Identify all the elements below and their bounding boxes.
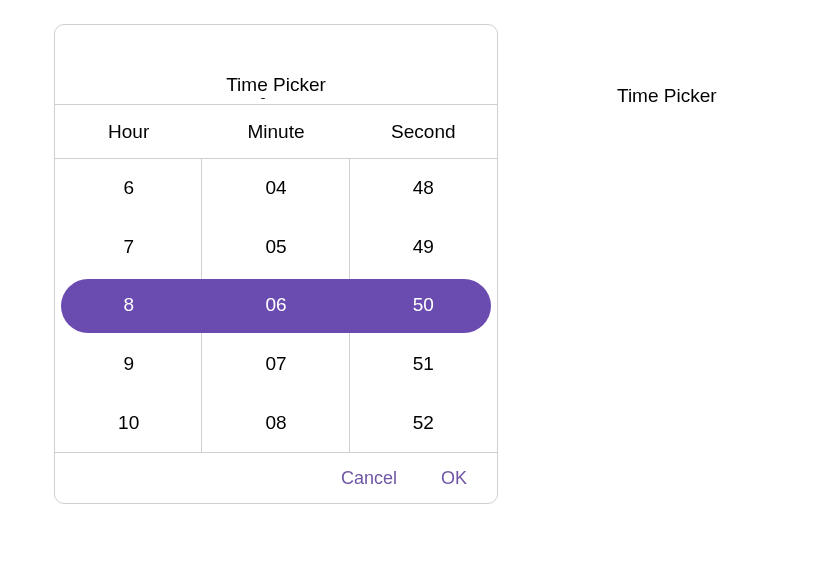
second-option-selected[interactable]: 50 — [350, 276, 497, 335]
minute-column[interactable]: 04 05 06 07 08 — [202, 159, 349, 452]
hour-option-selected[interactable]: 8 — [55, 276, 202, 335]
hour-option[interactable]: 9 — [55, 335, 202, 394]
minute-option[interactable]: 04 — [202, 159, 349, 218]
second-column[interactable]: 48 49 50 51 52 — [350, 159, 497, 452]
minute-option[interactable]: 08 — [202, 393, 349, 452]
minute-option[interactable]: 07 — [202, 335, 349, 394]
second-column-header: Second — [350, 105, 497, 158]
hour-option[interactable]: 6 — [55, 159, 202, 218]
column-headers: Hour Minute Second — [55, 105, 497, 159]
callout-label: Time Picker — [617, 85, 717, 107]
cancel-button[interactable]: Cancel — [341, 468, 397, 489]
second-option[interactable]: 48 — [350, 159, 497, 218]
second-option[interactable]: 52 — [350, 393, 497, 452]
second-option[interactable]: 51 — [350, 335, 497, 394]
ok-button[interactable]: OK — [441, 468, 467, 489]
minute-column-header: Minute — [202, 105, 349, 158]
second-option[interactable]: 49 — [350, 218, 497, 277]
hour-column-header: Hour — [55, 105, 202, 158]
picker-body: 6 7 8 9 10 04 05 06 07 08 48 49 50 51 52 — [55, 159, 497, 453]
time-picker-dialog: Time Picker Hour Minute Second 6 7 8 9 1… — [54, 24, 498, 504]
dialog-title: Time Picker — [226, 74, 326, 96]
hour-column[interactable]: 6 7 8 9 10 — [55, 159, 202, 452]
dialog-header: Time Picker — [55, 25, 497, 105]
hour-option[interactable]: 7 — [55, 218, 202, 277]
dialog-footer: Cancel OK — [55, 453, 497, 503]
hour-option[interactable]: 10 — [55, 393, 202, 452]
minute-option-selected[interactable]: 06 — [202, 276, 349, 335]
minute-option[interactable]: 05 — [202, 218, 349, 277]
